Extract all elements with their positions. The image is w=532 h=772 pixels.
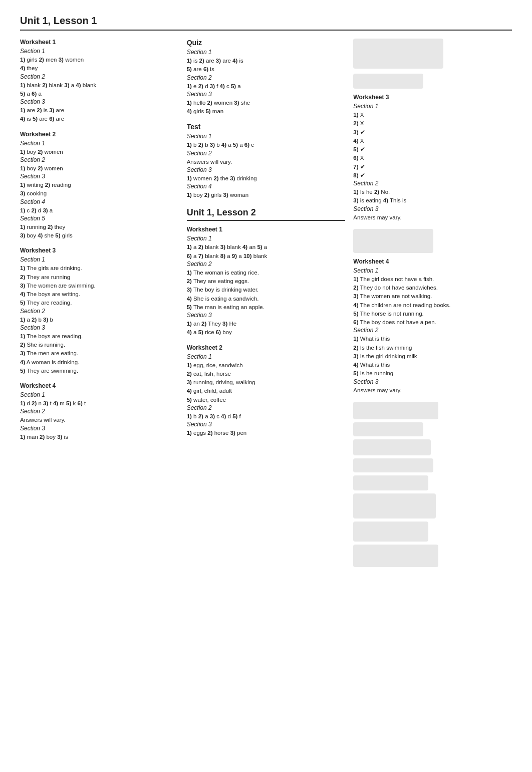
- ws4-sec2-label: Section 2: [20, 408, 179, 415]
- col3-ws4-sec2-line5: 5) Is he running: [353, 369, 512, 378]
- ws2-sec1-line1: 1) boy 2) women: [20, 148, 179, 156]
- ws3-sec3-line3: 3) The men are eating.: [20, 349, 179, 358]
- worksheet-4: Worksheet 4 Section 1 1) d 2) n 3) t 4) …: [20, 382, 179, 441]
- ws3-sec1-label: Section 1: [20, 256, 179, 263]
- worksheet-1-title: Worksheet 1: [20, 39, 179, 46]
- ws1-sec2-label: Section 2: [20, 73, 179, 80]
- thumbnail-6: [353, 439, 431, 455]
- col3-ws4-sec1-line6: 6) The boy does not have a pen.: [353, 318, 512, 327]
- col3-ws3-sec1-line6: 6) X: [353, 154, 512, 162]
- quiz-sec2-line1: 1) e 2) d 3) f 4) c 5) a: [187, 82, 346, 91]
- thumbnail-9: [353, 493, 436, 519]
- col3-ws3-sec1-line5: 5) ✔: [353, 145, 512, 154]
- ws3-sec1-line2: 2) They are running: [20, 273, 179, 282]
- ws3-sec2-label: Section 2: [20, 308, 179, 315]
- test-sec1-label: Section 1: [187, 133, 346, 140]
- col3-ws3-sec3-label: Section 3: [353, 205, 512, 212]
- col3-ws4-sec2-label: Section 2: [353, 327, 512, 334]
- test-sec1-line1: 1) b 2) b 3) b 4) a 5) a 6) c: [187, 141, 346, 149]
- l2-ws2-sec1-line5: 5) water, coffee: [187, 396, 346, 404]
- ws2-sec4-label: Section 4: [20, 198, 179, 205]
- l2-ws1-sec3-label: Section 3: [187, 312, 346, 319]
- worksheet-4-title: Worksheet 4: [20, 382, 179, 389]
- col3-ws3-sec2-line2: 3) is eating 4) This is: [353, 196, 512, 205]
- thumbnail-4: [353, 402, 438, 419]
- ws2-sec5-line1: 1) running 2) they: [20, 223, 179, 231]
- l2-worksheet-2: Worksheet 2 Section 1 1) egg, rice, sand…: [187, 344, 346, 438]
- col3-ws4-sec2-line2: 2) Is the fish swimming: [353, 344, 512, 352]
- col3-ws4-sec2-line3: 3) Is the girl drinking milk: [353, 352, 512, 361]
- l2-ws2-sec3-label: Section 3: [187, 421, 346, 428]
- col3-ws3-sec1-line1: 1) X: [353, 111, 512, 119]
- column-1: Worksheet 1 Section 1 1) girls 2) men 3)…: [20, 39, 187, 570]
- test-sec2-line1: Answers will vary.: [187, 158, 346, 166]
- ws2-sec3-line2: 3) cooking: [20, 189, 179, 198]
- l2-ws1-sec1-line2: 6) a 7) blank 8) a 9) a 10) blank: [187, 252, 346, 261]
- ws2-sec2-line1: 1) boy 2) women: [20, 164, 179, 173]
- ws3-sec1-line4: 4) The boys are writing.: [20, 290, 179, 299]
- worksheet-3-title: Worksheet 3: [20, 247, 179, 254]
- thumbnail-5: [353, 422, 423, 436]
- ws3-sec3-line4: 4) A woman is drinking.: [20, 358, 179, 367]
- column-2: Quiz Section 1 1) is 2) are 3) are 4) is…: [187, 39, 354, 570]
- ws3-sec1-line5: 5) They are reading.: [20, 299, 179, 307]
- test-title: Test: [187, 123, 346, 131]
- l2-ws1-sec2-line2: 2) They are eating eggs.: [187, 277, 346, 286]
- col3-ws3-sec1-line2: 2) X: [353, 119, 512, 128]
- ws2-sec1-label: Section 1: [20, 140, 179, 147]
- ws1-sec3-line1: 1) are 2) is 3) are: [20, 106, 179, 115]
- col3-ws4-sec1-line3: 3) The women are not walking.: [353, 292, 512, 301]
- l2-ws2-sec2-label: Section 2: [187, 404, 346, 411]
- thumbnail-10: [353, 522, 428, 542]
- col3-ws3-sec1-label: Section 1: [353, 103, 512, 110]
- ws1-sec1-line1: 1) girls 2) men 3) women: [20, 56, 179, 64]
- col3-ws4-sec1-line1: 1) The girl does not have a fish.: [353, 275, 512, 284]
- worksheet-2: Worksheet 2 Section 1 1) boy 2) women Se…: [20, 131, 179, 240]
- col3-worksheet-3: Worksheet 3 Section 1 1) X 2) X 3) ✔ 4) …: [353, 94, 512, 222]
- l2-ws2-title: Worksheet 2: [187, 344, 346, 351]
- ws1-sec1-label: Section 1: [20, 48, 179, 55]
- ws2-sec3-label: Section 3: [20, 173, 179, 180]
- col3-ws4-sec1-label: Section 1: [353, 267, 512, 274]
- ws3-sec2-line1: 1) a 2) b 3) b: [20, 316, 179, 324]
- test-sec4-line1: 1) boy 2) girls 3) woman: [187, 191, 346, 199]
- l2-ws1-title: Worksheet 1: [187, 226, 346, 233]
- ws2-sec5-line2: 3) boy 4) she 5) girls: [20, 231, 179, 240]
- ws3-sec1-line1: 1) The girls are drinking.: [20, 264, 179, 273]
- ws3-sec1-line3: 3) The women are swimming.: [20, 282, 179, 290]
- column-3: Worksheet 3 Section 1 1) X 2) X 3) ✔ 4) …: [353, 39, 512, 570]
- quiz-sec1-line1: 1) is 2) are 3) are 4) is: [187, 57, 346, 65]
- l2-ws1-sec2-line4: 4) She is eating a sandwich.: [187, 295, 346, 303]
- l2-ws1-sec2-line5: 5) The man is eating an apple.: [187, 303, 346, 312]
- thumbnail-7: [353, 458, 433, 472]
- col3-ws4-sec2-line4: 4) What is this: [353, 361, 512, 369]
- ws1-sec1-line2: 4) they: [20, 64, 179, 73]
- l2-ws1-sec3-line1: 1) an 2) They 3) He: [187, 320, 346, 328]
- ws1-sec3-label: Section 3: [20, 98, 179, 105]
- col3-ws4-sec3-line1: Answers may vary.: [353, 386, 512, 395]
- ws2-sec3-line1: 1) writing 2) reading: [20, 181, 179, 189]
- col3-worksheet-4: Worksheet 4 Section 1 1) The girl does n…: [353, 258, 512, 395]
- test-sec3-line1: 1) women 2) the 3) drinking: [187, 174, 346, 183]
- quiz-title: Quiz: [187, 39, 346, 47]
- l2-ws1-sec2-line1: 1) The woman is eating rice.: [187, 269, 346, 277]
- ws1-sec2-line2: 5) a 6) a: [20, 90, 179, 98]
- ws3-sec3-line2: 2) She is running.: [20, 341, 179, 349]
- quiz-block: Quiz Section 1 1) is 2) are 3) are 4) is…: [187, 39, 346, 116]
- ws4-sec3-line1: 1) man 2) boy 3) is: [20, 433, 179, 441]
- l2-ws2-sec3-line1: 1) eggs 2) horse 3) pen: [187, 429, 346, 437]
- ws3-sec3-line1: 1) The boys are reading.: [20, 332, 179, 341]
- col3-ws4-sec1-line5: 5) The horse is not running.: [353, 310, 512, 318]
- col3-ws3-sec1-line4: 4) X: [353, 137, 512, 145]
- col3-ws3-sec1-line7: 7) ✔: [353, 163, 512, 171]
- thumbnail-2: [353, 74, 423, 89]
- ws4-sec1-line1: 1) d 2) n 3) t 4) m 5) k 6) t: [20, 399, 179, 408]
- ws4-sec1-label: Section 1: [20, 391, 179, 398]
- l2-ws1-sec2-label: Section 2: [187, 261, 346, 268]
- quiz-sec1-line2: 5) are 6) is: [187, 65, 346, 74]
- col3-ws3-sec2-line1: 1) Is he 2) No.: [353, 188, 512, 196]
- test-sec4-label: Section 4: [187, 183, 346, 190]
- quiz-sec3-line2: 4) girls 5) man: [187, 107, 346, 116]
- col3-ws3-title: Worksheet 3: [353, 94, 512, 101]
- test-sec2-label: Section 2: [187, 150, 346, 157]
